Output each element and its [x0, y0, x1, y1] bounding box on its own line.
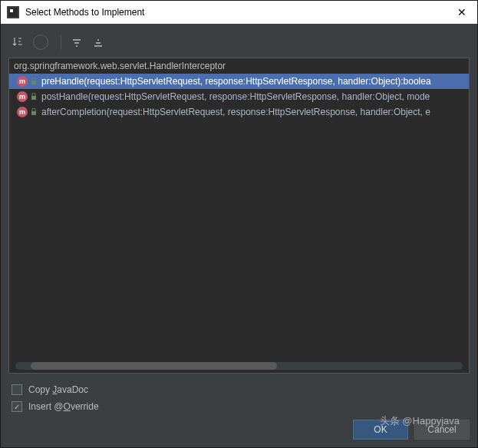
close-icon[interactable]: ✕: [453, 6, 471, 18]
filter-icon[interactable]: [33, 35, 48, 50]
method-row[interactable]: m preHandle(request:HttpServletRequest, …: [9, 74, 469, 89]
lock-icon: [31, 108, 38, 116]
toolbar: [8, 30, 470, 58]
button-row: OK Cancel: [8, 415, 470, 440]
method-icon: m: [17, 107, 28, 117]
dialog-body: org.springframework.web.servlet.HandlerI…: [1, 24, 477, 447]
expand-all-icon[interactable]: [68, 33, 86, 51]
method-signature: postHandle(request:HttpServletRequest, r…: [41, 91, 430, 102]
scrollbar-thumb[interactable]: [31, 362, 277, 370]
svg-rect-3: [31, 96, 36, 100]
method-row[interactable]: m afterCompletion(request:HttpServletReq…: [9, 104, 469, 120]
method-row[interactable]: m postHandle(request:HttpServletRequest,…: [9, 89, 469, 104]
svg-rect-1: [10, 9, 13, 12]
insert-override-checkbox[interactable]: ✓ Insert @Override: [8, 398, 470, 415]
method-icon: m: [17, 91, 28, 102]
method-signature: preHandle(request:HttpServletRequest, re…: [41, 76, 431, 87]
svg-rect-2: [31, 81, 36, 84]
app-icon: [7, 6, 19, 18]
checkbox-icon[interactable]: ✓: [12, 401, 22, 412]
checkbox-label: Copy JavaDoc: [28, 384, 88, 395]
method-signature: afterCompletion(request:HttpServletReque…: [41, 107, 430, 117]
cancel-button[interactable]: Cancel: [414, 420, 470, 440]
horizontal-scrollbar[interactable]: [15, 362, 463, 370]
method-list[interactable]: org.springframework.web.servlet.HandlerI…: [8, 58, 470, 374]
svg-rect-4: [31, 111, 36, 115]
copy-javadoc-checkbox[interactable]: Copy JavaDoc: [8, 381, 470, 398]
window-title: Select Methods to Implement: [25, 7, 453, 18]
lock-icon: [31, 77, 38, 85]
checkbox-label: Insert @Override: [28, 401, 99, 412]
lock-icon: [31, 93, 38, 100]
sort-alpha-icon[interactable]: [8, 33, 27, 51]
dialog-bottom: Copy JavaDoc ✓ Insert @Override OK Cance…: [8, 374, 470, 440]
title-bar: Select Methods to Implement ✕: [1, 1, 477, 24]
collapse-all-icon[interactable]: [89, 33, 107, 51]
toolbar-separator: [61, 35, 61, 50]
ok-button[interactable]: OK: [353, 420, 408, 440]
checkbox-icon[interactable]: [12, 384, 22, 395]
method-icon: m: [17, 76, 28, 87]
class-name: org.springframework.web.servlet.HandlerI…: [9, 58, 469, 74]
